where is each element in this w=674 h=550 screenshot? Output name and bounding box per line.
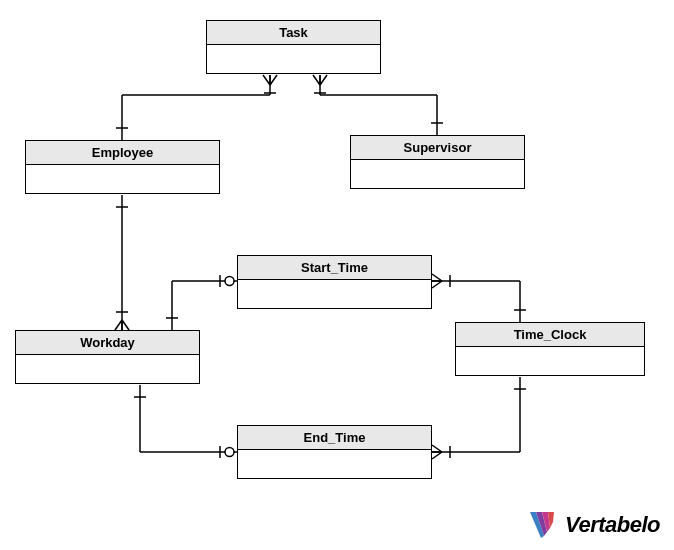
vertabelo-mark-icon [529,510,559,540]
svg-point-25 [225,277,234,286]
entity-employee[interactable]: Employee [25,140,220,194]
entity-title: Start_Time [238,256,431,280]
svg-line-35 [432,274,442,281]
entity-title: Supervisor [351,136,524,160]
entity-workday[interactable]: Workday [15,330,200,384]
entity-end-time[interactable]: End_Time [237,425,432,479]
svg-line-6 [263,75,270,85]
vendor-name: Vertabelo [565,512,660,538]
svg-line-12 [320,75,327,85]
entity-title: End_Time [238,426,431,450]
entity-body [26,165,219,193]
svg-line-37 [432,281,442,288]
svg-line-42 [432,445,442,452]
svg-line-14 [313,75,320,85]
entity-body [16,355,199,383]
entity-title: Time_Clock [456,323,644,347]
entity-title: Employee [26,141,219,165]
entity-body [238,280,431,308]
svg-line-44 [432,452,442,459]
er-diagram-canvas: Task Employee Supervisor Start_Time Work… [0,0,674,550]
entity-start-time[interactable]: Start_Time [237,255,432,309]
svg-line-18 [115,320,122,330]
entity-body [238,450,431,478]
entity-body [351,160,524,188]
svg-line-20 [122,320,129,330]
vendor-logo: Vertabelo [529,510,660,540]
entity-title: Task [207,21,380,45]
entity-task[interactable]: Task [206,20,381,74]
entity-time-clock[interactable]: Time_Clock [455,322,645,376]
entity-body [456,347,644,375]
entity-title: Workday [16,331,199,355]
entity-supervisor[interactable]: Supervisor [350,135,525,189]
svg-point-30 [225,448,234,457]
entity-body [207,45,380,73]
svg-line-4 [270,75,277,85]
